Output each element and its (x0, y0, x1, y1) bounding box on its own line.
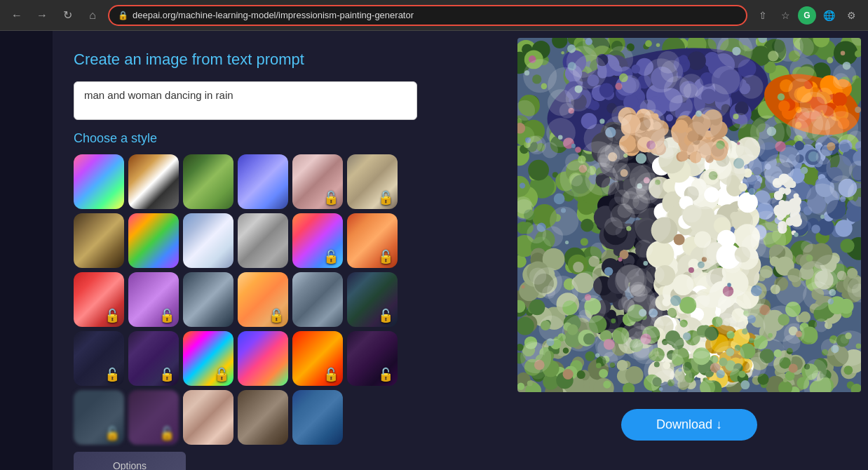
extensions-button[interactable]: ⚙ (841, 6, 861, 25)
lock-icon-isometric: 🔓 (323, 249, 339, 264)
download-label: Download ↓ (656, 417, 722, 432)
lock-icon-colorful2: 🔓 (214, 367, 229, 382)
lock-icon-purple-face: 🔓 (159, 308, 175, 323)
lock-icon-monroe: 🔓 (269, 308, 284, 323)
style-item-portrait[interactable]: 🔓 (292, 154, 343, 209)
lock-icon-fire: 🔓 (323, 367, 339, 382)
generated-image-container (517, 38, 861, 392)
lock-icon-dark3: 🔓 (378, 367, 393, 382)
style-item-flowers[interactable] (128, 213, 179, 268)
style-item-landscape[interactable] (183, 272, 233, 327)
style-item-building[interactable] (292, 272, 343, 327)
bookmark-button[interactable]: ☆ (775, 6, 795, 25)
style-item-robot[interactable] (238, 154, 288, 209)
lock-icon-blur2: 🔓 (159, 426, 175, 441)
prompt-input[interactable]: man and woman dancing in rain (74, 81, 417, 120)
style-item-man-hat[interactable] (238, 390, 288, 445)
style-item-panda[interactable] (128, 154, 179, 209)
style-item-abstract-dark[interactable]: 🔓 (347, 272, 398, 327)
style-item-vintage[interactable]: 🔓 (347, 154, 398, 209)
style-item-colorful[interactable] (74, 154, 124, 209)
style-item-forest[interactable] (183, 154, 233, 209)
style-item-purple-face[interactable]: 🔓 (128, 272, 179, 327)
user-avatar[interactable]: G (798, 6, 816, 25)
style-item-isometric[interactable]: 🔓 (292, 213, 343, 268)
style-item-red[interactable]: 🔓 (74, 272, 124, 327)
main-area: Create an image from text prompt man and… (53, 31, 517, 470)
style-item-blue-face[interactable] (292, 390, 343, 445)
lock-icon-blur1: 🔓 (104, 426, 120, 441)
style-item-ballet[interactable] (183, 213, 233, 268)
lock-icon-abstract-dark: 🔓 (378, 308, 393, 323)
image-area: Download ↓ (517, 31, 868, 470)
style-item-dark2[interactable]: 🔓 (128, 331, 179, 386)
lock-icon: 🔒 (118, 11, 128, 20)
globe-button[interactable]: 🌐 (819, 6, 839, 25)
url-bar[interactable]: 🔒 deepai.org/machine-learning-model/impr… (108, 5, 747, 26)
style-item-symbols[interactable] (238, 331, 288, 386)
lock-icon-fox: 🔓 (378, 249, 393, 264)
style-item-dark3[interactable]: 🔓 (347, 331, 398, 386)
lock-icon-vintage: 🔓 (378, 190, 393, 206)
style-item-chrome[interactable] (238, 213, 288, 268)
style-grid: 🔓🔓🔓🔓🔓🔓🔓🔓🔓🔓🔓🔓🔓🔓🔓 (74, 154, 496, 445)
lock-icon-portrait: 🔓 (323, 190, 339, 206)
style-item-mona[interactable] (74, 213, 124, 268)
style-item-dark1[interactable]: 🔓 (74, 331, 124, 386)
lock-icon-dark2: 🔓 (159, 367, 175, 382)
lock-icon-red: 🔓 (104, 308, 120, 323)
generated-image (517, 38, 861, 392)
refresh-button[interactable]: ↻ (57, 6, 77, 25)
style-item-fox[interactable]: 🔓 (347, 213, 398, 268)
home-button[interactable]: ⌂ (83, 6, 102, 25)
chrome-actions: ⇧ ☆ G 🌐 ⚙ (753, 6, 861, 25)
share-button[interactable]: ⇧ (753, 6, 773, 25)
style-item-colorful2[interactable]: 🔓 (183, 331, 233, 386)
browser-chrome: ← → ↻ ⌂ 🔒 deepai.org/machine-learning-mo… (0, 0, 868, 31)
style-item-woman-portrait[interactable] (183, 390, 233, 445)
lock-icon-dark1: 🔓 (104, 367, 120, 382)
options-button[interactable]: Options (74, 452, 186, 470)
url-text: deepai.org/machine-learning-model/impres… (133, 10, 738, 20)
page-content: Create an image from text prompt man and… (0, 31, 868, 470)
page-title: Create an image from text prompt (74, 51, 496, 69)
style-item-fire[interactable]: 🔓 (292, 331, 343, 386)
style-item-blur2[interactable]: 🔓 (128, 390, 179, 445)
forward-button[interactable]: → (32, 6, 52, 25)
style-item-monroe[interactable]: 🔓 (238, 272, 288, 327)
style-item-blur1[interactable]: 🔓 (74, 390, 124, 445)
sidebar-strip (0, 31, 53, 470)
choose-style-label: Choose a style (74, 131, 496, 146)
download-button[interactable]: Download ↓ (621, 409, 757, 441)
back-button[interactable]: ← (7, 6, 27, 25)
